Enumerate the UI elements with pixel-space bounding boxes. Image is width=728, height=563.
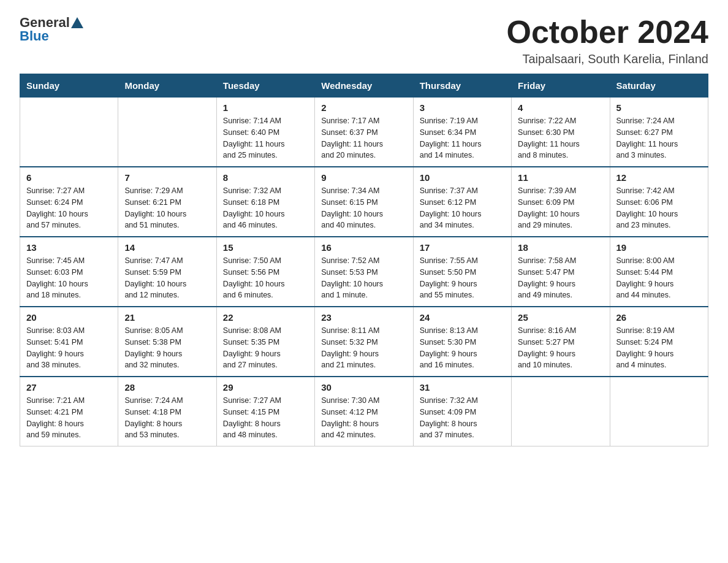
day-number: 9	[321, 172, 406, 183]
page-header: General Blue October 2024 Taipalsaari, S…	[20, 15, 708, 66]
day-of-week-header: Monday	[118, 74, 216, 98]
day-number: 20	[26, 312, 112, 323]
day-number: 11	[518, 172, 603, 183]
day-info: Sunrise: 7:30 AM Sunset: 4:12 PM Dayligh…	[321, 395, 406, 441]
calendar-cell: 2Sunrise: 7:17 AM Sunset: 6:37 PM Daylig…	[315, 98, 413, 167]
day-info: Sunrise: 8:05 AM Sunset: 5:38 PM Dayligh…	[124, 325, 210, 371]
day-info: Sunrise: 8:00 AM Sunset: 5:44 PM Dayligh…	[616, 255, 702, 301]
day-info: Sunrise: 7:17 AM Sunset: 6:37 PM Dayligh…	[321, 115, 406, 161]
calendar-cell: 6Sunrise: 7:27 AM Sunset: 6:24 PM Daylig…	[20, 167, 118, 237]
calendar-cell	[118, 98, 216, 167]
calendar-cell: 30Sunrise: 7:30 AM Sunset: 4:12 PM Dayli…	[315, 377, 413, 446]
day-info: Sunrise: 7:42 AM Sunset: 6:06 PM Dayligh…	[616, 185, 702, 231]
calendar-cell: 20Sunrise: 8:03 AM Sunset: 5:41 PM Dayli…	[20, 307, 118, 377]
calendar-cell: 23Sunrise: 8:11 AM Sunset: 5:32 PM Dayli…	[315, 307, 413, 377]
day-info: Sunrise: 7:19 AM Sunset: 6:34 PM Dayligh…	[420, 115, 505, 161]
calendar-header-row: SundayMondayTuesdayWednesdayThursdayFrid…	[20, 74, 708, 98]
day-number: 22	[223, 312, 308, 323]
calendar-cell: 13Sunrise: 7:45 AM Sunset: 6:03 PM Dayli…	[20, 237, 118, 307]
day-info: Sunrise: 8:11 AM Sunset: 5:32 PM Dayligh…	[321, 325, 406, 371]
day-number: 10	[420, 172, 505, 183]
day-info: Sunrise: 7:45 AM Sunset: 6:03 PM Dayligh…	[26, 255, 112, 301]
calendar-cell: 17Sunrise: 7:55 AM Sunset: 5:50 PM Dayli…	[413, 237, 511, 307]
day-number: 26	[616, 312, 702, 323]
day-number: 25	[518, 312, 603, 323]
day-info: Sunrise: 7:50 AM Sunset: 5:56 PM Dayligh…	[223, 255, 308, 301]
day-of-week-header: Thursday	[413, 74, 511, 98]
calendar-cell: 29Sunrise: 7:27 AM Sunset: 4:15 PM Dayli…	[216, 377, 314, 446]
calendar-cell: 4Sunrise: 7:22 AM Sunset: 6:30 PM Daylig…	[512, 98, 610, 167]
day-info: Sunrise: 7:32 AM Sunset: 6:18 PM Dayligh…	[223, 185, 308, 231]
day-number: 1	[223, 102, 308, 113]
day-number: 17	[420, 242, 505, 253]
calendar-week-row: 6Sunrise: 7:27 AM Sunset: 6:24 PM Daylig…	[20, 167, 708, 237]
day-number: 23	[321, 312, 406, 323]
calendar-cell: 21Sunrise: 8:05 AM Sunset: 5:38 PM Dayli…	[118, 307, 216, 377]
day-number: 3	[420, 102, 505, 113]
day-info: Sunrise: 7:52 AM Sunset: 5:53 PM Dayligh…	[321, 255, 406, 301]
calendar-cell: 15Sunrise: 7:50 AM Sunset: 5:56 PM Dayli…	[216, 237, 314, 307]
day-number: 5	[616, 102, 702, 113]
day-info: Sunrise: 7:32 AM Sunset: 4:09 PM Dayligh…	[420, 395, 505, 441]
calendar-cell: 26Sunrise: 8:19 AM Sunset: 5:24 PM Dayli…	[610, 307, 708, 377]
day-info: Sunrise: 8:03 AM Sunset: 5:41 PM Dayligh…	[26, 325, 112, 371]
day-number: 15	[223, 242, 308, 253]
day-info: Sunrise: 8:13 AM Sunset: 5:30 PM Dayligh…	[420, 325, 505, 371]
calendar-cell: 31Sunrise: 7:32 AM Sunset: 4:09 PM Dayli…	[413, 377, 511, 446]
calendar-cell: 12Sunrise: 7:42 AM Sunset: 6:06 PM Dayli…	[610, 167, 708, 237]
month-title: October 2024	[507, 15, 709, 50]
calendar-cell: 10Sunrise: 7:37 AM Sunset: 6:12 PM Dayli…	[413, 167, 511, 237]
day-of-week-header: Sunday	[20, 74, 118, 98]
day-number: 8	[223, 172, 308, 183]
day-number: 19	[616, 242, 702, 253]
day-number: 24	[420, 312, 505, 323]
calendar-cell: 1Sunrise: 7:14 AM Sunset: 6:40 PM Daylig…	[216, 98, 314, 167]
calendar-cell: 11Sunrise: 7:39 AM Sunset: 6:09 PM Dayli…	[512, 167, 610, 237]
day-info: Sunrise: 7:34 AM Sunset: 6:15 PM Dayligh…	[321, 185, 406, 231]
calendar-cell	[610, 377, 708, 446]
calendar-week-row: 13Sunrise: 7:45 AM Sunset: 6:03 PM Dayli…	[20, 237, 708, 307]
title-block: October 2024 Taipalsaari, South Karelia,…	[507, 15, 709, 66]
svg-marker-0	[71, 17, 83, 28]
day-info: Sunrise: 7:22 AM Sunset: 6:30 PM Dayligh…	[518, 115, 603, 161]
day-number: 21	[124, 312, 210, 323]
day-number: 14	[124, 242, 210, 253]
logo-triangle-icon	[70, 16, 84, 29]
calendar-cell: 22Sunrise: 8:08 AM Sunset: 5:35 PM Dayli…	[216, 307, 314, 377]
day-number: 29	[223, 382, 308, 393]
day-number: 28	[124, 382, 210, 393]
day-of-week-header: Tuesday	[216, 74, 314, 98]
day-info: Sunrise: 8:16 AM Sunset: 5:27 PM Dayligh…	[518, 325, 603, 371]
day-number: 18	[518, 242, 603, 253]
day-info: Sunrise: 7:14 AM Sunset: 6:40 PM Dayligh…	[223, 115, 308, 161]
day-info: Sunrise: 7:21 AM Sunset: 4:21 PM Dayligh…	[26, 395, 112, 441]
day-number: 4	[518, 102, 603, 113]
calendar-week-row: 1Sunrise: 7:14 AM Sunset: 6:40 PM Daylig…	[20, 98, 708, 167]
day-info: Sunrise: 7:58 AM Sunset: 5:47 PM Dayligh…	[518, 255, 603, 301]
day-number: 13	[26, 242, 112, 253]
day-number: 12	[616, 172, 702, 183]
calendar-cell: 3Sunrise: 7:19 AM Sunset: 6:34 PM Daylig…	[413, 98, 511, 167]
day-info: Sunrise: 7:27 AM Sunset: 4:15 PM Dayligh…	[223, 395, 308, 441]
calendar-cell: 24Sunrise: 8:13 AM Sunset: 5:30 PM Dayli…	[413, 307, 511, 377]
calendar-cell: 19Sunrise: 8:00 AM Sunset: 5:44 PM Dayli…	[610, 237, 708, 307]
calendar-table: SundayMondayTuesdayWednesdayThursdayFrid…	[20, 74, 708, 446]
calendar-week-row: 27Sunrise: 7:21 AM Sunset: 4:21 PM Dayli…	[20, 377, 708, 446]
day-info: Sunrise: 7:39 AM Sunset: 6:09 PM Dayligh…	[518, 185, 603, 231]
day-info: Sunrise: 7:24 AM Sunset: 4:18 PM Dayligh…	[124, 395, 210, 441]
calendar-cell: 28Sunrise: 7:24 AM Sunset: 4:18 PM Dayli…	[118, 377, 216, 446]
day-info: Sunrise: 8:08 AM Sunset: 5:35 PM Dayligh…	[223, 325, 308, 371]
day-of-week-header: Wednesday	[315, 74, 413, 98]
day-number: 30	[321, 382, 406, 393]
day-number: 2	[321, 102, 406, 113]
calendar-cell: 8Sunrise: 7:32 AM Sunset: 6:18 PM Daylig…	[216, 167, 314, 237]
day-of-week-header: Saturday	[610, 74, 708, 98]
day-number: 31	[420, 382, 505, 393]
calendar-cell: 9Sunrise: 7:34 AM Sunset: 6:15 PM Daylig…	[315, 167, 413, 237]
day-number: 27	[26, 382, 112, 393]
location-subtitle: Taipalsaari, South Karelia, Finland	[507, 52, 709, 66]
calendar-cell: 18Sunrise: 7:58 AM Sunset: 5:47 PM Dayli…	[512, 237, 610, 307]
calendar-cell	[512, 377, 610, 446]
calendar-cell	[20, 98, 118, 167]
calendar-cell: 16Sunrise: 7:52 AM Sunset: 5:53 PM Dayli…	[315, 237, 413, 307]
